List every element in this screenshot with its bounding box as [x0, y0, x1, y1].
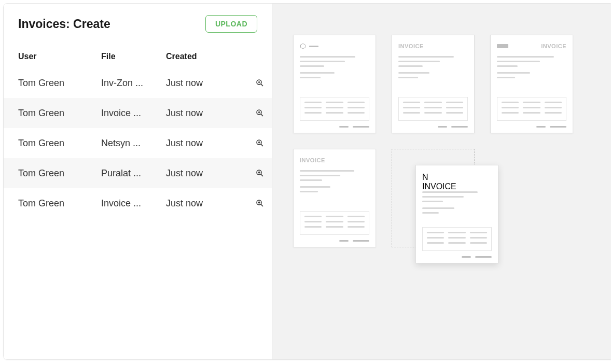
invoice-thumbnail[interactable]: INVOICE — [490, 35, 573, 133]
cell-file: Puralat ... — [101, 168, 166, 179]
upload-button[interactable]: UPLOAD — [205, 15, 257, 33]
cell-created: Just now — [166, 168, 239, 179]
cell-file: Netsyn ... — [101, 138, 166, 149]
svg-marker-20 — [301, 44, 306, 49]
cell-created: Just now — [166, 198, 239, 209]
cell-user: Tom Green — [18, 168, 101, 179]
col-user: User — [18, 52, 101, 61]
table-row[interactable]: Tom Green Invoice ... Just now — [4, 188, 272, 218]
cell-user: Tom Green — [18, 78, 101, 89]
invoice-thumbnail[interactable]: INVOICE — [293, 149, 376, 247]
svg-line-1 — [261, 84, 263, 86]
page-title: Invoices: Create — [18, 17, 110, 31]
circle-logo-icon: N — [422, 173, 492, 182]
cell-user: Tom Green — [18, 138, 101, 149]
table-row[interactable]: Tom Green Inv-Zon ... Just now — [4, 68, 272, 98]
uploads-table: User File Created Tom Green Inv-Zon ... … — [4, 45, 272, 218]
cell-created: Just now — [166, 78, 239, 89]
cell-user: Tom Green — [18, 108, 101, 119]
svg-line-13 — [261, 174, 263, 176]
cell-file: Inv-Zon ... — [101, 78, 166, 89]
zoom-icon[interactable] — [255, 199, 265, 208]
svg-line-17 — [261, 204, 263, 206]
invoice-label: INVOICE — [300, 157, 325, 163]
app-container: Invoices: Create UPLOAD User File Create… — [3, 3, 611, 360]
invoice-thumbnail[interactable]: INVOICE — [392, 35, 475, 133]
panel-header: Invoices: Create UPLOAD — [4, 15, 272, 45]
upload-dropzone[interactable]: N INVOICE — [392, 149, 475, 247]
invoice-label: INVOICE — [398, 43, 424, 49]
svg-line-9 — [261, 144, 263, 146]
invoice-label: INVOICE — [422, 182, 456, 191]
skeleton-bar — [309, 46, 318, 47]
zoom-icon[interactable] — [255, 78, 265, 88]
thumbnail-grid: INVOICE — [293, 35, 593, 247]
invoice-thumbnail[interactable] — [293, 35, 376, 133]
preview-panel: INVOICE — [272, 4, 611, 359]
cell-user: Tom Green — [18, 198, 101, 209]
table-row[interactable]: Tom Green Netsyn ... Just now — [4, 128, 272, 158]
table-row[interactable]: Tom Green Invoice ... Just now — [4, 98, 272, 128]
cell-file: Invoice ... — [101, 198, 166, 209]
cell-created: Just now — [166, 138, 239, 149]
col-created: Created — [166, 52, 239, 61]
invoices-panel: Invoices: Create UPLOAD User File Create… — [4, 4, 272, 359]
svg-line-5 — [261, 114, 263, 116]
invoice-thumbnail-dragging[interactable]: N INVOICE — [415, 165, 498, 263]
table-row[interactable]: Tom Green Puralat ... Just now — [4, 158, 272, 188]
hexagon-icon — [300, 43, 306, 49]
col-file: File — [101, 52, 166, 61]
cell-file: Invoice ... — [101, 108, 166, 119]
cell-created: Just now — [166, 108, 239, 119]
zoom-icon[interactable] — [255, 169, 265, 178]
logo-block-icon — [497, 44, 508, 48]
zoom-icon[interactable] — [255, 138, 265, 148]
invoice-label: INVOICE — [541, 43, 566, 49]
table-header: User File Created — [4, 45, 272, 68]
zoom-icon[interactable] — [255, 108, 265, 118]
